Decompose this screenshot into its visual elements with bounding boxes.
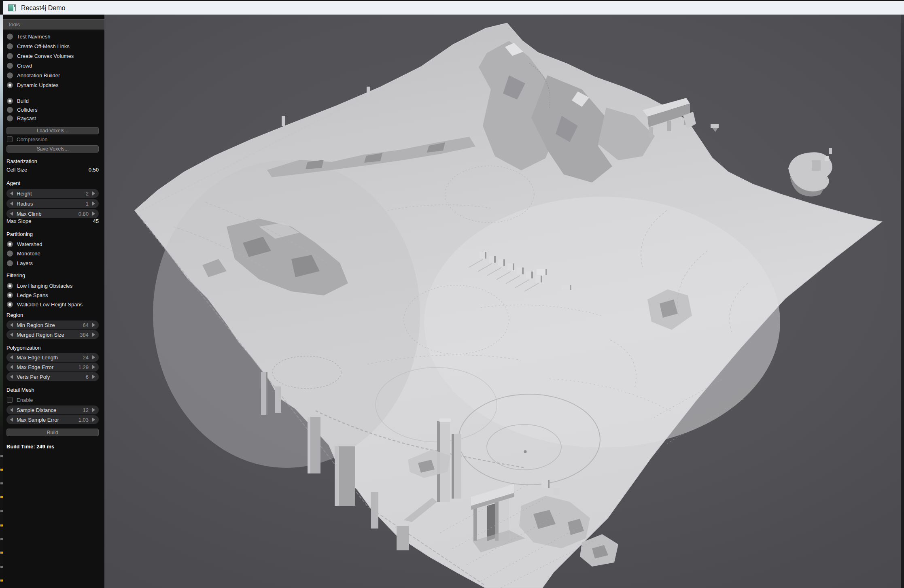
slider-max-edge-length[interactable]: Max Edge Length 24 <box>6 353 99 362</box>
slider-value: 1.29 <box>79 364 89 370</box>
filtering-ledge-spans[interactable]: Ledge Spans <box>7 291 102 299</box>
partitioning-layers[interactable]: Layers <box>7 259 102 267</box>
radio-icon <box>7 43 13 49</box>
decrement-arrow-icon[interactable] <box>10 191 13 195</box>
radio-icon <box>7 260 13 266</box>
viewport-3d[interactable] <box>3 15 901 588</box>
slider-value: 0.80 <box>79 211 89 217</box>
slider-value: 64 <box>83 322 89 328</box>
decrement-arrow-icon[interactable] <box>10 202 13 206</box>
slider-label: Min Region Size <box>17 322 83 328</box>
increment-arrow-icon[interactable] <box>92 323 95 327</box>
radio-icon <box>7 63 13 69</box>
app-icon <box>8 4 16 11</box>
decrement-arrow-icon[interactable] <box>10 408 13 412</box>
mode-tab-label: Colliders <box>17 107 38 113</box>
radio-icon <box>7 34 13 40</box>
detail-mesh-enable-checkbox[interactable]: Enable <box>7 395 102 404</box>
radio-icon-selected <box>7 241 13 247</box>
option-label: Layers <box>17 260 33 266</box>
decrement-arrow-icon[interactable] <box>10 365 13 369</box>
radio-icon-selected <box>7 98 13 104</box>
slider-label: Max Climb <box>17 211 79 217</box>
compression-checkbox[interactable]: Compression <box>7 135 102 144</box>
slider-label: Merged Region Size <box>17 332 80 338</box>
section-filtering: Filtering <box>6 271 25 280</box>
slider-sample-distance[interactable]: Sample Distance 12 <box>6 405 99 414</box>
slider-max-sample-error[interactable]: Max Sample Error 1.03 <box>6 415 99 424</box>
tool-mode-label: Create Convex Volumes <box>17 53 74 59</box>
window-titlebar[interactable]: Recast4j Demo <box>3 0 904 15</box>
increment-arrow-icon[interactable] <box>92 202 95 206</box>
decrement-arrow-icon[interactable] <box>10 323 13 327</box>
section-agent: Agent <box>6 178 20 187</box>
section-polygonization: Polygonization <box>6 343 41 352</box>
tool-mode-dynamic-updates[interactable]: Dynamic Updates <box>7 81 102 89</box>
option-label: Walkable Low Height Spans <box>17 301 83 308</box>
radio-icon <box>7 115 13 121</box>
tool-mode-create-offmesh-links[interactable]: Create Off-Mesh Links <box>7 42 102 51</box>
cell-size-value: 0.50 <box>89 167 99 173</box>
tool-mode-label: Dynamic Updates <box>17 82 59 88</box>
decrement-arrow-icon[interactable] <box>10 212 13 216</box>
increment-arrow-icon[interactable] <box>92 355 95 359</box>
mode-tab-label: Raycast <box>17 115 36 121</box>
mode-tab-colliders[interactable]: Colliders <box>7 105 102 114</box>
tool-mode-crowd[interactable]: Crowd <box>7 61 102 70</box>
mode-tab-raycast[interactable]: Raycast <box>7 114 102 123</box>
decrement-arrow-icon[interactable] <box>10 375 13 379</box>
increment-arrow-icon[interactable] <box>92 408 95 412</box>
tools-panel-header[interactable]: Tools <box>3 19 104 30</box>
increment-arrow-icon[interactable] <box>92 191 95 195</box>
tools-panel: Tools Test Navmesh Create Off-Mesh Links… <box>3 15 104 588</box>
increment-arrow-icon[interactable] <box>92 212 95 216</box>
radio-icon <box>7 250 13 257</box>
slider-merged-region-size[interactable]: Merged Region Size 384 <box>6 330 99 339</box>
increment-arrow-icon[interactable] <box>92 365 95 369</box>
slider-verts-per-poly[interactable]: Verts Per Poly 6 <box>6 372 99 381</box>
decrement-arrow-icon[interactable] <box>10 418 13 422</box>
filtering-low-hanging-obstacles[interactable]: Low Hanging Obstacles <box>7 281 102 290</box>
slider-label: Max Edge Length <box>17 354 83 361</box>
tool-mode-label: Crowd <box>17 63 32 69</box>
increment-arrow-icon[interactable] <box>92 333 95 337</box>
tools-panel-title: Tools <box>8 21 20 28</box>
filtering-walkable-low-height-spans[interactable]: Walkable Low Height Spans <box>7 300 102 309</box>
decrement-arrow-icon[interactable] <box>10 355 13 359</box>
tool-mode-label: Test Navmesh <box>17 34 50 40</box>
slider-max-edge-error[interactable]: Max Edge Error 1.29 <box>6 363 99 371</box>
decrement-arrow-icon[interactable] <box>10 333 13 337</box>
section-detail-mesh: Detail Mesh <box>6 385 34 394</box>
tool-mode-test-navmesh[interactable]: Test Navmesh <box>7 32 102 41</box>
voxel-terrain-render <box>3 15 901 588</box>
slider-value: 384 <box>80 332 89 338</box>
increment-arrow-icon[interactable] <box>92 375 95 379</box>
right-edge-strip <box>901 15 904 588</box>
checkbox-icon <box>7 136 13 142</box>
mode-tab-build[interactable]: Build <box>7 96 102 105</box>
build-button[interactable]: Build <box>6 429 99 436</box>
slider-label: Verts Per Poly <box>17 374 86 380</box>
max-slope-label: Max Slope <box>6 218 31 224</box>
slider-min-region-size[interactable]: Min Region Size 64 <box>6 321 99 329</box>
tool-mode-create-convex-volumes[interactable]: Create Convex Volumes <box>7 51 102 60</box>
partitioning-monotone[interactable]: Monotone <box>7 249 102 258</box>
tool-mode-annotation-builder[interactable]: Annotation Builder <box>7 71 102 80</box>
radio-icon-selected <box>7 292 13 298</box>
increment-arrow-icon[interactable] <box>92 418 95 422</box>
partitioning-watershed[interactable]: Watershed <box>7 240 102 248</box>
option-label: Ledge Spans <box>17 292 48 298</box>
checkbox-icon <box>7 397 13 403</box>
option-label: Watershed <box>17 241 42 247</box>
radio-icon-selected <box>7 283 13 289</box>
slider-agent-radius[interactable]: Radius 1 <box>6 199 99 208</box>
slider-value: 24 <box>83 354 89 361</box>
slider-label: Radius <box>17 201 86 207</box>
section-rasterization: Rasterization <box>6 157 37 166</box>
slider-value: 12 <box>83 407 89 413</box>
load-voxels-button[interactable]: Load Voxels... <box>6 127 99 134</box>
save-voxels-button[interactable]: Save Voxels... <box>6 145 99 153</box>
slider-agent-height[interactable]: Height 2 <box>6 189 99 198</box>
radio-icon <box>7 107 13 113</box>
radio-icon-selected <box>7 301 13 308</box>
